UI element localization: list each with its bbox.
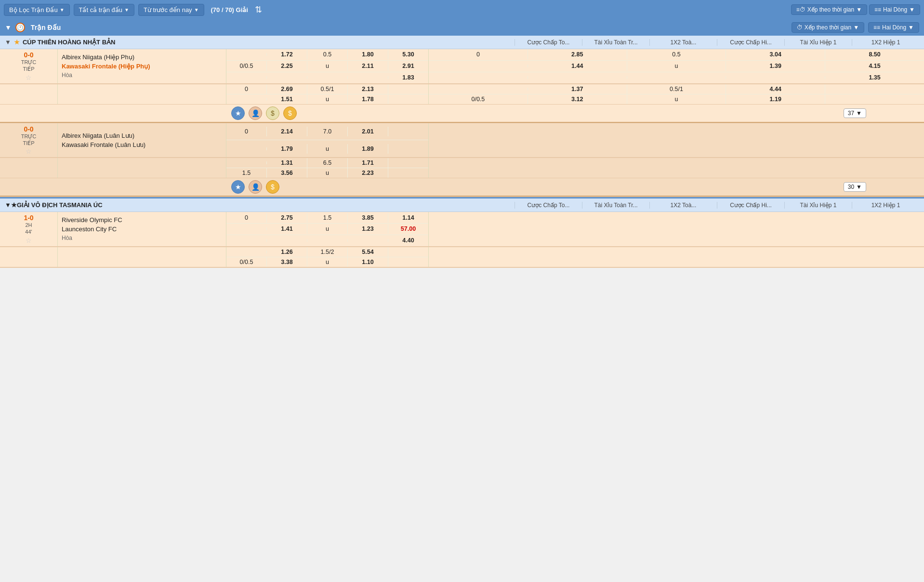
om2-2-1 <box>226 161 267 164</box>
fav-btn-1[interactable]: ★ <box>231 106 245 120</box>
om3-1-4: 3.85 <box>348 213 388 223</box>
oh2-1-8: u <box>627 94 726 104</box>
league-toggle-1[interactable]: ▼ <box>5 39 11 46</box>
oh-1-12 <box>528 76 627 79</box>
odds-half-1c: 1.35 <box>429 72 924 83</box>
om3-1-11 <box>226 239 267 242</box>
filter-tatca-btn[interactable]: Tất cả trận đấu ▼ <box>74 4 134 16</box>
coin-btn-1[interactable]: $ <box>283 106 297 120</box>
league-col-labels-1: Cược Chấp To... Tài Xỉu Toàn Tr... 1X2 T… <box>515 39 919 46</box>
om3-2-7: 3.38 <box>267 257 307 267</box>
match-icons-row-2: ★ 👤 $ 30 ▼ <box>0 178 924 197</box>
fav-btn-2[interactable]: ★ <box>231 180 245 194</box>
sort-time-label2: Xếp theo thời gian <box>805 24 851 31</box>
om2-1-3: 7.0 <box>307 127 348 136</box>
col-label-1-2: 1X2 Toà... <box>649 39 717 46</box>
spacer-6 <box>58 247 226 267</box>
oc2-1-6 <box>226 98 267 101</box>
sort-time-btn[interactable]: ≡⏱ Xếp theo thời gian ▼ <box>791 4 867 15</box>
col-label-2-4: Tài Xỉu Hiệp 1 <box>784 202 852 209</box>
om3-1-14 <box>348 239 388 242</box>
om3-2-8: u <box>307 257 348 267</box>
league-header-cup-nhat-ban: ▼ ★ CÚP THIÊN HOÀNG NHẬT BẢN Cược Chấp T… <box>0 36 924 49</box>
om2-1-5 <box>388 130 428 133</box>
top-bar-sort-area: ≡⏱ Xếp theo thời gian ▼ ≡≡ Hai Dòng ▼ <box>791 4 920 15</box>
match-row-1-teams: 0-0 TRỰCTIẾP ☆ Albirex Niigata (Hiệp Phụ… <box>0 49 924 84</box>
odds-row-1c: 1.83 <box>226 72 428 83</box>
oh2-1-2: 1.37 <box>528 84 627 94</box>
oh-1-7: 1.44 <box>528 61 627 71</box>
team-3-hoa: Hòa <box>62 234 222 242</box>
layout-btn[interactable]: ≡≡ Hai Dòng ▼ <box>869 4 920 15</box>
oc-1-6: 0/0.5 <box>226 61 267 71</box>
odds-row-2b: 1.51 u 1.78 <box>226 94 428 104</box>
odds-half-1b: 1.44 u 1.39 4.15 <box>429 61 924 72</box>
oc-1-13 <box>307 76 348 79</box>
oh-1-2: 2.85 <box>528 50 627 59</box>
match-score-3: 1-0 2H44' ☆ <box>0 212 58 246</box>
oh2-1-4: 4.44 <box>726 84 825 94</box>
sort-time-btn2[interactable]: ⏱ Xếp theo thời gian ▼ <box>792 22 864 33</box>
league-toggle-2[interactable]: ▼ <box>5 201 11 209</box>
spacer-4 <box>58 158 226 178</box>
match-star-3[interactable]: ☆ <box>26 237 32 244</box>
main-section-toggle[interactable]: ▼ <box>5 24 12 31</box>
om2-2-5 <box>388 161 428 164</box>
filter-truoc-label: Từ trước đến nay <box>144 6 192 13</box>
match-star-1[interactable]: ☆ <box>26 74 32 81</box>
match-teams-3: Riverside Olympic FC Launceston City FC … <box>58 212 226 246</box>
oc2-1-2: 2.69 <box>267 84 307 94</box>
team-1-away: Kawasaki Frontale (Hiệp Phụ) <box>62 62 222 71</box>
odds2-row-2b: 1.5 3.56 u 2.23 <box>226 168 428 178</box>
om2-1-6 <box>226 147 267 150</box>
om2-2-8: u <box>307 168 348 178</box>
layout-btn2[interactable]: ≡≡ Hai Dòng ▼ <box>868 22 919 33</box>
om3-1-9: 1.23 <box>348 224 388 234</box>
match-block-3: 1-0 2H44' ☆ Riverside Olympic FC Launces… <box>0 212 924 268</box>
person-btn-2[interactable]: 👤 <box>249 180 262 194</box>
om3-2-2: 1.26 <box>267 247 307 257</box>
sort-buttons: ⏱ Xếp theo thời gian ▼ ≡≡ Hai Dòng ▼ <box>792 22 919 33</box>
oh-1-15: 1.35 <box>825 73 924 82</box>
filter-truoc-btn[interactable]: Từ trước đến nay ▼ <box>138 4 204 16</box>
spacer-1 <box>0 84 58 104</box>
league-star-2[interactable]: ★ <box>11 201 17 209</box>
spacer-5 <box>0 247 58 267</box>
count-value-2: 30 <box>848 184 854 190</box>
chevron-down-icon4: ▼ <box>856 6 862 13</box>
om3-1-2: 2.75 <box>267 213 307 223</box>
league-col-labels-2: Cược Chấp To... Tài Xỉu Toàn Tr... 1X2 T… <box>515 202 919 209</box>
om2-1-8: u <box>307 144 348 154</box>
odds3-row-1a: 0 2.75 1.5 3.85 1.14 <box>226 212 428 224</box>
om2-1-4: 2.01 <box>348 127 388 136</box>
odds-half-2a: 1.37 0.5/1 4.44 <box>429 84 924 94</box>
oh-1-1: 0 <box>429 50 528 59</box>
oh-1-8: u <box>627 61 726 71</box>
score-count: (70 / 70) Giải <box>208 6 251 13</box>
oc-1-10: 2.91 <box>388 61 428 71</box>
oh-1-10: 4.15 <box>825 61 924 71</box>
odds2-row-1a: 0 2.14 7.0 2.01 <box>226 123 428 141</box>
odds-group-2-half-2 <box>429 158 924 178</box>
match-row-1-odds2: 0 2.69 0.5/1 2.13 1.51 u 1.78 1.37 <box>0 84 924 105</box>
person-btn-1[interactable]: 👤 <box>249 106 262 120</box>
league-star-1[interactable]: ★ <box>14 39 20 46</box>
match-star-2[interactable]: ☆ <box>26 147 32 155</box>
count-badge-2[interactable]: 30 ▼ <box>844 182 866 192</box>
odds-half-1a: 0 2.85 0.5 3.04 8.50 <box>429 49 924 61</box>
odds-group-3-full-2: 1.26 1.5/2 5.54 0/0.5 3.38 u 1.10 <box>226 247 429 267</box>
sort-arrows-icon[interactable]: ⇅ <box>255 4 262 15</box>
coin-btn-2[interactable]: $ <box>266 180 279 194</box>
layout-label: Hai Dòng <box>883 6 907 13</box>
count-badge-1[interactable]: 37 ▼ <box>844 108 866 118</box>
odds-row-2a: 0 2.69 0.5/1 2.13 <box>226 84 428 94</box>
odds-group-2-full-2: 1.31 6.5 1.71 1.5 3.56 u 2.23 <box>226 158 429 178</box>
om3-1-7: 1.41 <box>267 224 307 234</box>
team-3-away: Launceston City FC <box>62 225 222 234</box>
om2-2-9: 2.23 <box>348 168 388 178</box>
filter-trandau-btn[interactable]: Bộ Lọc Trận Đấu ▼ <box>4 4 70 16</box>
match-row-3-teams: 1-0 2H44' ☆ Riverside Olympic FC Launces… <box>0 212 924 247</box>
dollar-btn-1[interactable]: $ <box>266 106 279 120</box>
col-label-1-5: 1X2 Hiệp 1 <box>852 39 919 46</box>
om2-2-6: 1.5 <box>226 168 267 178</box>
